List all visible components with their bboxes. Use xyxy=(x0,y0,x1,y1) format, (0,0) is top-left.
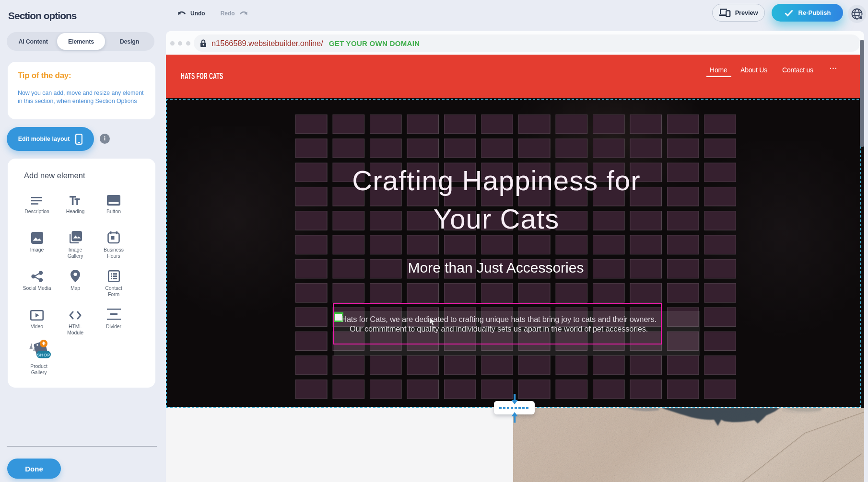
svg-text:SHOP: SHOP xyxy=(37,352,50,357)
